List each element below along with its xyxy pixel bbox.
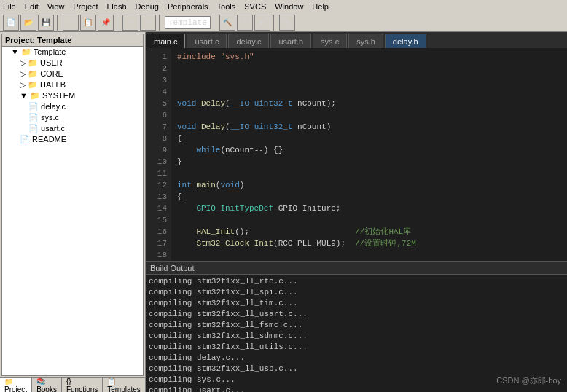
panel-tabs: 📁 Project 📚 Books {} Functions 📋 Templat… bbox=[0, 377, 145, 392]
menu-flash[interactable]: Flash bbox=[107, 2, 127, 11]
file-icon-delay: 📄 bbox=[28, 102, 39, 111]
file-icon-readme: 📄 bbox=[20, 135, 30, 144]
tab-usart-h[interactable]: usart.h bbox=[270, 34, 311, 48]
tab-sys-c[interactable]: sys.c bbox=[313, 34, 347, 48]
cut-button[interactable]: ✂ bbox=[63, 15, 79, 31]
build-line-2: compiling stm32f1xx_ll_spi.c... bbox=[149, 287, 564, 298]
tree-item-user[interactable]: ▷ 📁 USER bbox=[2, 58, 143, 68]
expand-icon: ▼ bbox=[11, 47, 19, 56]
menu-peripherals[interactable]: Peripherals bbox=[168, 2, 208, 11]
expand-icon-user: ▷ bbox=[20, 58, 26, 67]
tab-sys-h[interactable]: sys.h bbox=[348, 34, 383, 48]
main-layout: Project: Template ▼ 📁 Template ▷ 📁 USER … bbox=[0, 32, 567, 392]
toolbar-separator-5 bbox=[273, 15, 276, 31]
tab-delay-c[interactable]: delay.c bbox=[228, 34, 269, 48]
menu-edit[interactable]: Edit bbox=[25, 2, 39, 11]
editor-tabs: main.c usart.c delay.c usart.h sys.c sys… bbox=[146, 32, 567, 48]
tree-item-usart-c[interactable]: 📄 usart.c bbox=[2, 123, 143, 134]
build-content: compiling stm32f1xx_ll_rtc.c... compilin… bbox=[146, 275, 567, 392]
left-panel: Project: Template ▼ 📁 Template ▷ 📁 USER … bbox=[0, 32, 146, 392]
tab-functions[interactable]: {} Functions bbox=[62, 378, 103, 392]
debug-button[interactable]: ▶ bbox=[254, 15, 270, 31]
tree-item-readme[interactable]: 📄 README bbox=[2, 134, 143, 145]
build-line-9: compiling stm32f1xx_ll_usb.c... bbox=[149, 364, 564, 375]
build-button[interactable]: 🔨 bbox=[219, 15, 235, 31]
tree-item-sys-c[interactable]: 📄 sys.c bbox=[2, 112, 143, 123]
tab-main-c[interactable]: main.c bbox=[146, 34, 185, 48]
build-line-3: compiling stm32f1xx_ll_tim.c... bbox=[149, 298, 564, 309]
redo-button[interactable]: ↪ bbox=[140, 15, 156, 31]
tree-item-delay-c[interactable]: 📄 delay.c bbox=[2, 101, 143, 112]
build-line-1: compiling stm32f1xx_ll_rtc.c... bbox=[149, 276, 564, 287]
settings-button[interactable]: ⚙ bbox=[279, 15, 295, 31]
menubar: File Edit View Project Flash Debug Perip… bbox=[0, 0, 567, 13]
tree-item-hallb[interactable]: ▷ 📁 HALLB bbox=[2, 79, 143, 90]
expand-icon-hallb: ▷ bbox=[20, 80, 26, 89]
menu-view[interactable]: View bbox=[47, 2, 65, 11]
build-line-11: compiling usart.c... bbox=[149, 385, 564, 392]
build-output: Build Output compiling stm32f1xx_ll_rtc.… bbox=[146, 261, 567, 392]
save-button[interactable]: 💾 bbox=[38, 15, 54, 31]
right-panel: main.c usart.c delay.c usart.h sys.c sys… bbox=[146, 32, 567, 392]
build-line-5: compiling stm32f1xx_ll_fsmc.c... bbox=[149, 320, 564, 331]
project-tree-title: Project: Template bbox=[2, 34, 143, 47]
menu-tools[interactable]: Tools bbox=[217, 2, 236, 11]
tree-item-core[interactable]: ▷ 📁 CORE bbox=[2, 68, 143, 79]
tab-templates[interactable]: 📋 Templates bbox=[103, 378, 146, 392]
load-button[interactable]: ⬇ bbox=[237, 15, 253, 31]
tree-item-template[interactable]: ▼ 📁 Template bbox=[2, 47, 143, 58]
menu-help[interactable]: Help bbox=[312, 2, 329, 11]
menu-debug[interactable]: Debug bbox=[136, 2, 159, 11]
template-dropdown[interactable]: Template bbox=[165, 16, 211, 29]
tab-books[interactable]: 📚 Books bbox=[32, 378, 62, 392]
tree-item-system[interactable]: ▼ 📁 SYSTEM bbox=[2, 90, 143, 101]
new-file-button[interactable]: 📄 bbox=[3, 15, 19, 31]
menu-project[interactable]: Project bbox=[73, 2, 98, 11]
copy-button[interactable]: 📋 bbox=[80, 15, 96, 31]
file-icon-usart: 📄 bbox=[28, 124, 39, 133]
code-content[interactable]: #include "sys.h" void Delay(__IO uint32_… bbox=[171, 48, 567, 261]
menu-window[interactable]: Window bbox=[275, 2, 303, 11]
expand-icon-system: ▼ bbox=[20, 91, 28, 100]
code-editor[interactable]: 12345 678910 1112131415 1617181920 21222… bbox=[146, 48, 567, 261]
build-line-8: compiling delay.c... bbox=[149, 353, 564, 364]
build-output-title: Build Output bbox=[146, 262, 567, 275]
tab-usart-c[interactable]: usart.c bbox=[187, 34, 227, 48]
tab-project[interactable]: 📁 Project bbox=[0, 378, 32, 392]
tab-delay-h[interactable]: delay.h bbox=[385, 34, 426, 48]
toolbar: 📄 📂 💾 ✂ 📋 📌 ↩ ↪ Template 🔨 ⬇ ▶ ⚙ bbox=[0, 13, 567, 32]
build-line-4: compiling stm32f1xx_ll_usart.c... bbox=[149, 309, 564, 320]
paste-button[interactable]: 📌 bbox=[98, 15, 114, 31]
open-button[interactable]: 📂 bbox=[20, 15, 36, 31]
toolbar-separator-2 bbox=[117, 15, 120, 31]
watermark: CSDN @亦郎-boy bbox=[496, 375, 561, 386]
menu-file[interactable]: File bbox=[3, 2, 16, 11]
menu-svcs[interactable]: SVCS bbox=[244, 2, 266, 11]
toolbar-separator-3 bbox=[159, 15, 162, 31]
toolbar-separator-4 bbox=[214, 15, 216, 31]
project-tree: Project: Template ▼ 📁 Template ▷ 📁 USER … bbox=[1, 34, 144, 376]
expand-icon-core: ▷ bbox=[20, 69, 26, 78]
toolbar-separator-1 bbox=[57, 15, 60, 31]
line-numbers: 12345 678910 1112131415 1617181920 21222… bbox=[146, 48, 171, 261]
build-line-7: compiling stm32f1xx_ll_utils.c... bbox=[149, 342, 564, 353]
undo-button[interactable]: ↩ bbox=[122, 15, 138, 31]
file-icon-sys: 📄 bbox=[28, 113, 39, 122]
build-line-6: compiling stm32f1xx_ll_sdmmc.c... bbox=[149, 331, 564, 342]
